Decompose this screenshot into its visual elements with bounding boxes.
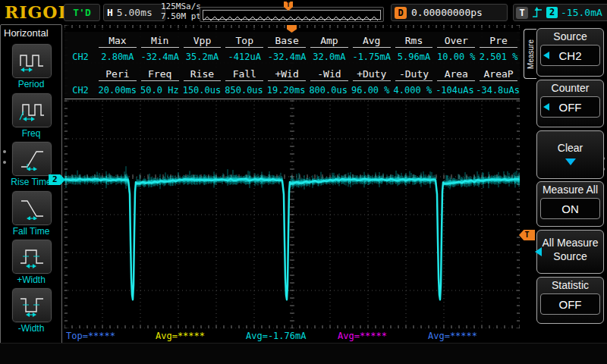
statistic-menu-item[interactable]: Statistic OFF [536, 277, 604, 324]
table-header-row: Peri Freq Rise Fall +Wid -Wid +Duty -Dut… [64, 65, 520, 82]
delay-badge: D [395, 7, 407, 19]
preview-zigzag-icon [203, 15, 379, 22]
counter-value-box: OFF [540, 96, 600, 118]
measure-menu-tab[interactable]: Measure [524, 29, 536, 79]
timebase-value: 5.00ms [117, 7, 153, 18]
cursor-readout: Avg=***** [338, 331, 387, 341]
statistic-value: OFF [559, 298, 582, 311]
cell-value: 10.00 % [435, 52, 477, 62]
table-header-row: Max Min Vpp Top Base Amp Avg Rms Over Pr… [64, 32, 520, 49]
col-header: Rms [395, 33, 433, 48]
down-arrow-icon [565, 158, 576, 165]
fall-time-measure-button[interactable] [11, 190, 52, 226]
delay-readout-box: D 0.00000000ps [391, 4, 508, 21]
cursor-readout: Avg=-1.76mA [246, 331, 306, 341]
col-header: -Wid [310, 66, 348, 81]
source-value: CH2 [558, 49, 581, 62]
col-header: Rise [184, 66, 222, 81]
cell-value: 35.2mA [181, 52, 224, 62]
pos-width-measure-button[interactable] [11, 239, 52, 275]
statistic-value-box: OFF [540, 293, 600, 315]
page-dot [3, 161, 6, 164]
cell-value: -104uAs [434, 85, 476, 96]
cell-value: 800.0us [307, 85, 350, 96]
h-label: H [107, 7, 113, 18]
freq-label: Freq [1, 128, 61, 139]
horizontal-position-strip[interactable]: T [200, 7, 384, 22]
statistic-label: Statistic [537, 279, 603, 291]
ch2-ground-marker[interactable]: 2 [49, 174, 65, 185]
col-header: Freq [141, 66, 179, 81]
cell-value: -412uA [223, 52, 266, 62]
counter-label: Counter [537, 82, 603, 94]
trigger-slope-icon [532, 6, 543, 19]
measure-all-value-box: ON [540, 198, 600, 219]
clear-menu-item[interactable]: Clear [536, 130, 604, 179]
source-menu-item[interactable]: Source CH2 [536, 28, 604, 77]
fall-time-icon [18, 197, 46, 220]
cell-value: -1.75mA [351, 52, 393, 62]
col-header: Fall [225, 66, 263, 81]
cell-value: 50.0 Hz [139, 85, 181, 96]
col-header: Vpp [184, 33, 222, 48]
page-dot [3, 150, 6, 153]
cell-value: 150.0us [181, 85, 223, 96]
rise-time-measure-button[interactable] [11, 141, 52, 177]
clear-label: Clear [537, 142, 603, 154]
cell-value: 4.000 % [392, 85, 434, 96]
measure-all-menu-item[interactable]: Measure All ON [536, 181, 604, 227]
cell-value: 850.0us [223, 85, 266, 96]
pos-width-label: +Width [1, 275, 61, 285]
col-header: Min [141, 33, 179, 48]
period-measure-button[interactable] [11, 43, 52, 79]
col-header: Area [437, 66, 475, 81]
col-header: +Duty [353, 66, 391, 81]
cell-value: 19.20ms [265, 85, 307, 96]
left-arrow-icon [543, 103, 549, 111]
cell-value: 5.96mA [393, 52, 436, 62]
col-header: Amp [310, 33, 348, 48]
horizontal-timebase-box[interactable]: H 5.00ms [103, 4, 165, 21]
col-header: Over [437, 33, 475, 48]
trigger-level-marker[interactable]: T [519, 230, 535, 240]
rise-time-icon [18, 148, 46, 171]
measure-tab-label: Measure [527, 39, 535, 69]
trigger-status-badge: T'D [64, 4, 100, 21]
left-arrow-icon [543, 52, 549, 59]
col-header: +Wid [268, 66, 306, 81]
measure-all-table: Max Min Vpp Top Base Amp Avg Rms Over Pr… [64, 32, 520, 99]
trigger-source-badge: 2 [546, 7, 558, 18]
table-row: CH2 20.00ms 50.0 Hz 150.0us 850.0us 19.2… [64, 82, 520, 99]
cursor-readout: Avg=***** [428, 331, 477, 341]
col-header: Max [99, 33, 137, 48]
neg-width-measure-button[interactable] [11, 287, 52, 323]
neg-width-icon [18, 294, 46, 317]
col-header: AreaP [480, 66, 517, 81]
measure-all-value: ON [561, 202, 579, 215]
cell-value: 96.00 % [349, 85, 392, 96]
trigger-readout-box[interactable]: T 2 -15.0mA [513, 4, 607, 21]
cell-value: 32.0mA [308, 52, 351, 62]
rigol-logo: RIGOL [5, 2, 71, 22]
cursor-readout: Avg=***** [156, 331, 205, 341]
delay-value: 0.00000000ps [411, 7, 483, 18]
col-header: Top [225, 33, 263, 48]
trigger-level-value: -15.0mA [561, 7, 602, 18]
cell-value: -34.8uAs [476, 85, 520, 96]
fall-time-label: Fall Time [1, 226, 61, 237]
source-label: Source [537, 30, 603, 42]
channel-label: CH2 [64, 52, 96, 62]
col-header: Peri [99, 66, 137, 81]
neg-width-label: -Width [1, 323, 61, 334]
all-measure-source-label2: Source [537, 250, 603, 262]
cell-value: -32.4mA [139, 52, 181, 62]
period-label: Period [1, 79, 61, 89]
waveform-preview [203, 10, 381, 20]
counter-menu-item[interactable]: Counter OFF [536, 80, 604, 127]
all-measure-source-menu-item[interactable]: All Measure Source [536, 230, 604, 274]
source-value-box: CH2 [540, 45, 600, 66]
trigger-status-text: T'D [73, 7, 90, 18]
oscilloscope-screen: RIGOL T'D H 5.00ms 125MSa/s 7.50M pts T … [0, 0, 607, 364]
pos-width-icon [18, 246, 46, 268]
freq-measure-button[interactable] [11, 93, 52, 128]
